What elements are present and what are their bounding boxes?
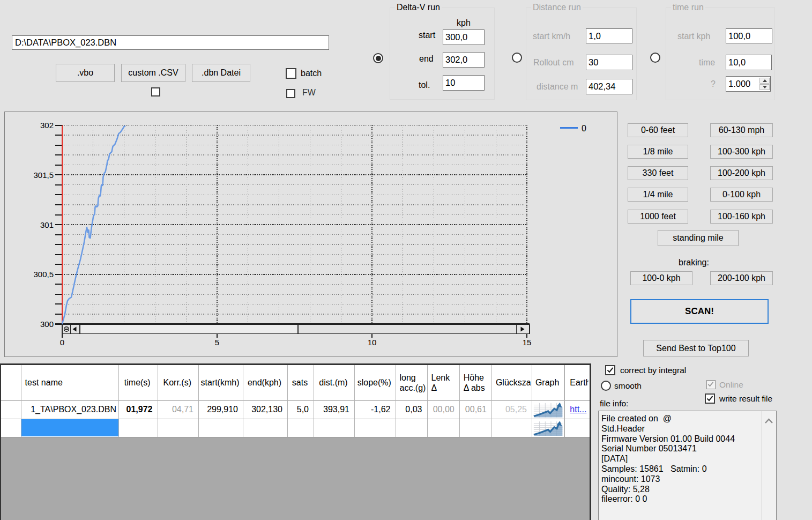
svg-text:301: 301 (40, 220, 54, 229)
svg-text:0: 0 (582, 124, 586, 133)
svg-text:301,5: 301,5 (33, 170, 54, 180)
svg-text:300,5: 300,5 (33, 270, 54, 279)
svg-text:10: 10 (368, 338, 377, 347)
svg-text:300: 300 (40, 320, 54, 329)
svg-text:302: 302 (40, 121, 54, 130)
svg-text:15: 15 (523, 338, 532, 347)
svg-text:0: 0 (60, 338, 64, 347)
svg-text:5: 5 (215, 338, 219, 347)
